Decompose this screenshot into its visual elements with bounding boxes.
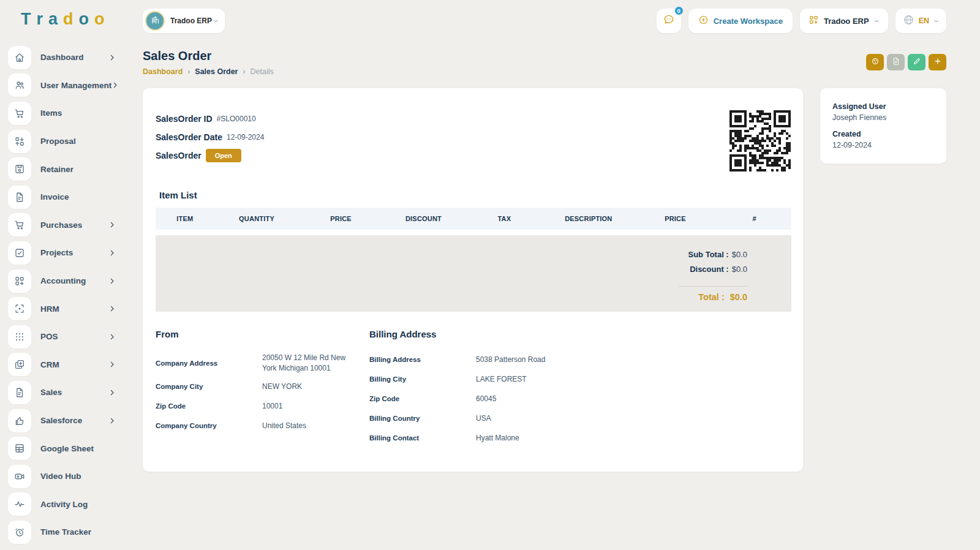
sidebar-item-items[interactable]: Items (0, 99, 132, 127)
chevron-right-icon (108, 221, 116, 228)
chevron-down-icon (213, 15, 219, 26)
sidebar-item-purchases[interactable]: Purchases (0, 211, 132, 239)
chevron-right-icon (108, 361, 116, 368)
assigned-user-value: Joseph Fiennes (832, 113, 934, 122)
status-badge: Open (206, 149, 241, 162)
subtotal-value: $0.0 (732, 247, 747, 262)
table-icon (8, 437, 31, 460)
edit-button[interactable] (908, 54, 925, 70)
chat-button[interactable]: 0 (657, 9, 681, 33)
billing-label: Billing City (369, 375, 476, 383)
billing-title: Billing Address (369, 329, 791, 339)
sidebar-item-label: Proposal (40, 137, 76, 146)
order-id-value: #SLO00010 (217, 115, 256, 123)
sidebar-item-hrm[interactable]: HRM (0, 295, 132, 323)
billing-label: Billing Country (369, 415, 476, 422)
language-selector[interactable]: EN (895, 9, 946, 33)
chevron-right-icon (108, 277, 116, 285)
grid-arrows-icon (8, 130, 31, 153)
chevron-down-icon (933, 15, 939, 26)
sidebar-item-projects[interactable]: Projects (0, 239, 132, 267)
order-header: SalesOrder ID #SLO00010 SalesOrder Date … (156, 110, 791, 171)
palette-button[interactable] (866, 54, 884, 70)
topbar-right: 0 Create Workspace Tradoo ERP EN (657, 9, 946, 33)
sidebar-item-accounting[interactable]: Accounting (0, 267, 132, 295)
plus-icon (933, 57, 942, 67)
add-button[interactable] (929, 54, 946, 70)
total-label: Total : (698, 292, 724, 302)
sidebar-item-video-hub[interactable]: Video Hub (0, 462, 132, 491)
sidebar-item-label: Google Sheet (40, 444, 94, 453)
file-icon (8, 186, 31, 209)
billing-label: Zip Code (369, 395, 476, 402)
logo-letter-5: o (94, 10, 106, 28)
sidebar-item-label: CRM (40, 360, 59, 369)
item-table-header: ITEMQUANTITYPRICEDISCOUNTTAXDESCRIPTIONP… (156, 208, 791, 230)
column-header-discount-3: DISCOUNT (383, 215, 465, 222)
billing-row-zip-code: Zip Code60045 (369, 392, 791, 405)
billing-row-billing-address: Billing Address5038 Patterson Road (369, 353, 791, 366)
from-label: Company City (156, 383, 262, 390)
sidebar-item-label: Purchases (40, 220, 82, 230)
sidebar-item-pos[interactable]: POS (0, 323, 132, 351)
billing-label: Billing Address (369, 356, 476, 363)
palette-icon (871, 57, 880, 67)
breadcrumb: Dashboard›Sales Order›Details (143, 67, 274, 76)
sidebar-item-invoice[interactable]: Invoice (0, 183, 132, 211)
workspace-avatar (145, 11, 165, 31)
topbar: Tradoo ERP 0 Create Workspace Tradoo ERP… (132, 0, 980, 36)
sidebar-item-label: Dashboard (40, 53, 84, 62)
order-id-label: SalesOrder ID (156, 114, 213, 124)
sidebar-item-dashboard[interactable]: Dashboard (0, 43, 132, 72)
tradoo-erp-button[interactable]: Tradoo ERP (800, 9, 888, 33)
sidebar-item-proposal[interactable]: Proposal (0, 127, 132, 156)
document-button[interactable] (887, 54, 905, 70)
page-title: Sales Order (143, 49, 274, 63)
discount-value: $0.0 (732, 262, 747, 277)
chat-icon (663, 13, 675, 28)
from-label: Zip Code (156, 402, 262, 410)
from-value: NEW YORK (262, 382, 302, 392)
billing-row-billing-contact: Billing ContactHyatt Malone (369, 431, 791, 445)
sales-order-card: SalesOrder ID #SLO00010 SalesOrder Date … (143, 88, 803, 472)
users-icon (8, 73, 31, 97)
create-workspace-button[interactable]: Create Workspace (688, 9, 793, 33)
file-icon (8, 381, 31, 404)
from-value: 10001 (262, 401, 282, 412)
billing-label: Billing Contact (369, 434, 476, 442)
sidebar-item-label: Activity Log (40, 500, 88, 509)
sidebar-item-label: Sales (40, 388, 62, 397)
column-header-price-6: PRICE (633, 215, 717, 222)
sidebar-item-sales[interactable]: Sales (0, 379, 132, 407)
column-header-quantity-1: QUANTITY (214, 215, 299, 222)
column-header-tax-4: TAX (464, 215, 544, 222)
video-camera-icon (8, 465, 31, 488)
order-date-value: 12-09-2024 (227, 133, 264, 141)
cart-icon (8, 213, 31, 236)
sidebar-item-crm[interactable]: CRM (0, 351, 132, 379)
breadcrumb-separator: › (243, 67, 245, 76)
dots-grid-icon (8, 325, 31, 348)
chevron-right-icon (111, 81, 119, 89)
sidebar-item-google-sheet[interactable]: Google Sheet (0, 434, 132, 462)
sidebar-nav: DashboardUser ManagementItemsProposalRet… (0, 43, 132, 546)
subtotal-label: Sub Total : (688, 247, 728, 262)
breadcrumb-sales-order[interactable]: Sales Order (195, 67, 238, 76)
sidebar-item-user-management[interactable]: User Management (0, 72, 132, 100)
chevron-right-icon (108, 54, 116, 61)
column-header-description-5: DESCRIPTION (544, 215, 633, 222)
alarm-clock-icon (8, 521, 31, 544)
sidebar-item-activity-log[interactable]: Activity Log (0, 491, 132, 519)
sidebar-item-retainer[interactable]: Retainer (0, 155, 132, 183)
sidebar-item-label: User Management (40, 81, 111, 90)
squares-plus-icon (8, 353, 31, 376)
sidebar: Tradoo DashboardUser ManagementItemsProp… (0, 0, 132, 550)
assigned-user-label: Assigned User (832, 102, 934, 111)
sidebar-item-label: Retainer (40, 165, 74, 174)
sidebar-item-label: Items (40, 108, 62, 118)
sidebar-item-time-tracker[interactable]: Time Tracker (0, 518, 132, 546)
sidebar-item-label: Time Tracker (40, 527, 91, 537)
sidebar-item-salesforce[interactable]: Salesforce (0, 407, 132, 435)
breadcrumb-dashboard[interactable]: Dashboard (143, 67, 183, 76)
workspace-selector[interactable]: Tradoo ERP (143, 9, 225, 33)
